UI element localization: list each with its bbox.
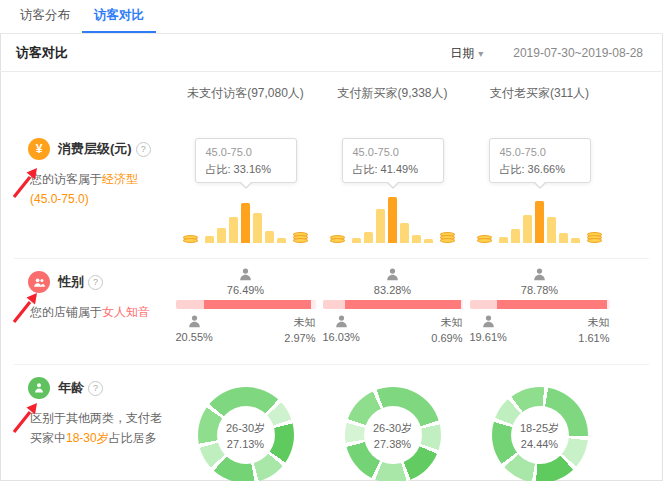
age-row: 年龄 ? 区别于其他两类，支付老买家中18-30岁占比居多 26-30岁 27.… [14, 364, 649, 481]
coins-icon [293, 234, 308, 243]
consumption-histogram [352, 195, 433, 243]
gender-chart-returning-buyers[interactable]: 78.78% 19.61% 未知 1.61% [466, 259, 613, 364]
consumption-level-row: ¥ 消费层级(元) ? 您的访客属于经济型(45.0-75.0) 45.0-75… [14, 112, 649, 258]
consumption-title: 消费层级(元) [58, 140, 132, 158]
unknown-label: 未知 [588, 315, 610, 330]
consumption-chart-unpaid[interactable]: 45.0-75.0 占比: 33.16% [172, 112, 319, 258]
age-label-cell: 年龄 ? 区别于其他两类，支付老买家中18-30岁占比居多 [14, 365, 172, 481]
female-person-icon [238, 267, 253, 282]
tooltip-range: 45.0-75.0 [206, 144, 286, 161]
gender-stacked-bar [323, 300, 463, 309]
female-segment [345, 300, 461, 309]
female-segment [497, 300, 607, 309]
age-donut-chart: 18-25岁 24.44% [492, 387, 588, 481]
unknown-percentage: 2.97% [284, 332, 315, 344]
female-segment [204, 300, 311, 309]
consumption-label-cell: ¥ 消费层级(元) ? 您的访客属于经济型(45.0-75.0) [14, 112, 172, 258]
coins-icon [440, 234, 455, 243]
age-title: 年龄 [58, 379, 84, 397]
female-person-icon [532, 267, 547, 282]
gender-label-cell: 性别 ? 您的店铺属于女人知音 [14, 259, 172, 364]
page-title: 访客对比 [16, 44, 68, 62]
tab-visitor-distribution[interactable]: 访客分布 [8, 0, 82, 33]
chevron-down-icon: ▾ [478, 48, 483, 59]
age-top-group-label: 26-30岁 [226, 421, 265, 436]
gender-stacked-bar [470, 300, 610, 309]
header-right: 日期 ▾ 2019-07-30~2019-08-28 [450, 45, 643, 62]
consumption-histogram [499, 195, 580, 243]
consumption-description: 您的访客属于经济型(45.0-75.0) [30, 170, 152, 210]
column-header-returning-buyers: 支付老买家(311人) [466, 85, 613, 102]
tooltip-share: 占比: 36.66% [500, 161, 580, 178]
column-headers: 未支付访客(97,080人) 支付新买家(9,338人) 支付老买家(311人) [14, 72, 649, 112]
age-top-group-label: 26-30岁 [373, 421, 412, 436]
age-donut-chart: 26-30岁 27.13% [198, 387, 294, 481]
tooltip-share: 占比: 41.49% [353, 161, 433, 178]
gender-highlight-text: 女人知音 [102, 305, 150, 319]
column-header-new-buyers: 支付新买家(9,338人) [319, 85, 466, 102]
coins-icon [477, 237, 492, 243]
help-icon[interactable]: ? [88, 275, 103, 290]
age-top-group-value: 24.44% [521, 438, 558, 450]
gender-chart-unpaid[interactable]: 76.49% 20.55% 未知 2.97% [172, 259, 319, 364]
consumption-level-icon: ¥ [28, 138, 50, 160]
unknown-label: 未知 [294, 315, 316, 330]
age-highlight-text: 18-30岁 [66, 431, 109, 445]
male-percentage: 20.55% [176, 331, 213, 343]
female-person-icon [385, 267, 400, 282]
chart-tooltip: 45.0-75.0 占比: 41.49% [342, 138, 444, 183]
tooltip-range: 45.0-75.0 [500, 144, 580, 161]
male-person-icon [334, 314, 349, 329]
people-icon [33, 276, 46, 289]
age-description: 区别于其他两类，支付老买家中18-30岁占比居多 [30, 409, 162, 449]
age-donut-chart: 26-30岁 27.38% [345, 387, 441, 481]
help-icon[interactable]: ? [88, 381, 103, 396]
age-top-group-value: 27.38% [374, 438, 411, 450]
consumption-histogram [205, 195, 286, 243]
content: 未支付访客(97,080人) 支付新买家(9,338人) 支付老买家(311人)… [0, 72, 663, 481]
female-percentage: 83.28% [374, 284, 411, 296]
female-percentage: 78.78% [521, 284, 558, 296]
unknown-label: 未知 [441, 315, 463, 330]
gender-description: 您的店铺属于女人知音 [30, 303, 166, 323]
card-header: 访客对比 日期 ▾ 2019-07-30~2019-08-28 [0, 34, 663, 72]
unknown-percentage: 1.61% [578, 332, 609, 344]
chart-tooltip: 45.0-75.0 占比: 33.16% [195, 138, 297, 183]
unknown-segment [311, 300, 315, 309]
gender-title: 性别 [58, 273, 84, 291]
visitor-comparison-card: 访客对比 日期 ▾ 2019-07-30~2019-08-28 未支付访客(97… [0, 34, 663, 481]
unknown-segment [607, 300, 609, 309]
age-icon [28, 377, 50, 399]
age-chart-returning-buyers[interactable]: 18-25岁 24.44% [466, 365, 613, 481]
column-header-unpaid-visitors: 未支付访客(97,080人) [172, 85, 319, 102]
coins-icon [587, 234, 602, 243]
male-percentage: 16.03% [323, 331, 360, 343]
date-select[interactable]: 日期 ▾ [450, 45, 483, 62]
tooltip-share: 占比: 33.16% [206, 161, 286, 178]
coins-icon [330, 237, 345, 243]
tab-visitor-comparison[interactable]: 访客对比 [82, 0, 156, 33]
age-top-group-label: 18-25岁 [520, 421, 559, 436]
male-percentage: 19.61% [470, 331, 507, 343]
male-person-icon [187, 314, 202, 329]
gender-chart-new-buyers[interactable]: 83.28% 16.03% 未知 0.69% [319, 259, 466, 364]
gender-row: 性别 ? 您的店铺属于女人知音 76.49% [14, 258, 649, 364]
tooltip-range: 45.0-75.0 [353, 144, 433, 161]
male-segment [470, 300, 497, 309]
age-chart-unpaid[interactable]: 26-30岁 27.13% [172, 365, 319, 481]
consumption-chart-new-buyers[interactable]: 45.0-75.0 占比: 41.49% [319, 112, 466, 258]
gender-icon [28, 271, 50, 293]
date-range[interactable]: 2019-07-30~2019-08-28 [513, 46, 643, 60]
female-percentage: 76.49% [227, 284, 264, 296]
consumption-chart-returning-buyers[interactable]: 45.0-75.0 占比: 36.66% [466, 112, 613, 258]
coins-icon [183, 237, 198, 243]
tabbar: 访客分布 访客对比 [0, 0, 663, 34]
visitor-comparison-page: 访客分布 访客对比 访客对比 日期 ▾ 2019-07-30~2019-08-2… [0, 0, 663, 481]
gender-stacked-bar [176, 300, 316, 309]
male-person-icon [481, 314, 496, 329]
chart-tooltip: 45.0-75.0 占比: 36.66% [489, 138, 591, 183]
help-icon[interactable]: ? [136, 142, 151, 157]
date-label: 日期 [450, 45, 474, 62]
unknown-segment [461, 300, 462, 309]
age-chart-new-buyers[interactable]: 26-30岁 27.38% [319, 365, 466, 481]
